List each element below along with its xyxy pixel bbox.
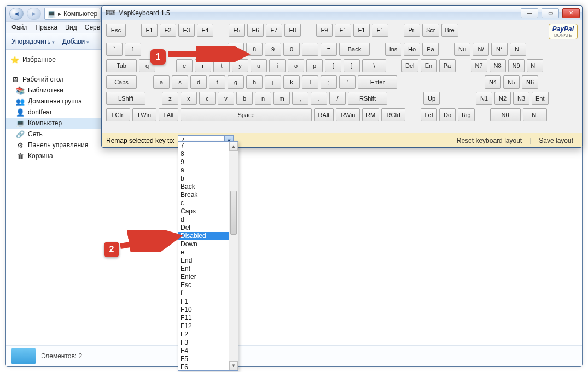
- key-f6[interactable]: F6: [247, 24, 264, 37]
- paypal-donate-button[interactable]: PayPal DONATE: [549, 24, 578, 39]
- menu-view[interactable]: Вид: [65, 24, 77, 31]
- key-rshift[interactable]: RShift: [348, 92, 387, 105]
- key-f8[interactable]: F8: [284, 24, 301, 37]
- close-button[interactable]: ✕: [562, 8, 580, 18]
- key-f[interactable]: f: [209, 75, 225, 89]
- key-left[interactable]: Lef: [421, 108, 437, 121]
- key-numdec[interactable]: N.: [523, 108, 547, 121]
- key-semicolon[interactable]: ;: [321, 75, 337, 89]
- dropdown-item[interactable]: Back: [178, 183, 229, 191]
- dropdown-item[interactable]: f: [178, 289, 229, 298]
- key-x[interactable]: x: [181, 92, 197, 105]
- nav-item[interactable]: 👤dontfear: [6, 107, 115, 118]
- key-s[interactable]: s: [172, 75, 188, 89]
- key-numlock[interactable]: Nu: [454, 43, 470, 56]
- key-numadd[interactable]: N+: [527, 59, 543, 72]
- key-d[interactable]: d: [190, 75, 207, 89]
- dropdown-item[interactable]: 8: [178, 150, 229, 158]
- key-num7[interactable]: N7: [471, 59, 487, 72]
- key-caps[interactable]: Caps: [106, 75, 137, 89]
- dropdown-item[interactable]: F6: [178, 363, 229, 371]
- back-button[interactable]: ◄: [9, 8, 24, 20]
- key-end[interactable]: En: [421, 59, 437, 72]
- key-g[interactable]: g: [228, 75, 244, 89]
- nav-item[interactable]: 👥Домашняя группа: [6, 96, 115, 107]
- key-down[interactable]: Do: [439, 108, 456, 121]
- dropdown-item[interactable]: b: [178, 175, 229, 183]
- menu-file[interactable]: Файл: [11, 24, 28, 31]
- dropdown-item[interactable]: F5: [178, 355, 229, 363]
- dropdown-item[interactable]: F12: [178, 322, 229, 330]
- key-l[interactable]: l: [302, 75, 318, 89]
- key-break[interactable]: Bre: [441, 24, 458, 37]
- key-0[interactable]: 0: [283, 43, 300, 56]
- nav-item[interactable]: 📚Библиотеки: [6, 85, 115, 96]
- key-f9[interactable]: F9: [316, 24, 333, 37]
- nav-item[interactable]: 🔗Сеть: [6, 129, 115, 140]
- dropdown-item[interactable]: End: [178, 257, 229, 265]
- dropdown-item[interactable]: 9: [178, 158, 229, 166]
- dropdown-item[interactable]: F1: [178, 298, 229, 306]
- dropdown-item[interactable]: 7: [178, 142, 229, 150]
- key-num9[interactable]: N9: [508, 59, 525, 72]
- dropdown-item[interactable]: Esc: [178, 281, 229, 289]
- key-esc[interactable]: Esc: [106, 24, 126, 37]
- key-lctrl[interactable]: LCtrl: [106, 108, 130, 121]
- key-period[interactable]: .: [311, 92, 327, 105]
- dropdown-item[interactable]: Break: [178, 191, 229, 199]
- dropdown-item[interactable]: F2: [178, 330, 229, 339]
- dropdown-item[interactable]: F11: [178, 314, 229, 322]
- save-layout-button[interactable]: Save layout: [534, 137, 578, 144]
- key-b[interactable]: b: [236, 92, 253, 105]
- key-n[interactable]: n: [255, 92, 271, 105]
- key-num8[interactable]: N8: [490, 59, 506, 72]
- key-rbracket[interactable]: ]: [344, 59, 360, 72]
- key-up[interactable]: Up: [423, 92, 440, 105]
- key-lwin[interactable]: LWin: [132, 108, 156, 121]
- key-numsub[interactable]: N-: [510, 43, 526, 56]
- nav-favorites[interactable]: ⭐ Избранное: [6, 53, 115, 65]
- key-num0[interactable]: N0: [490, 108, 521, 121]
- dropdown-item[interactable]: F10: [178, 306, 229, 314]
- key-k[interactable]: k: [283, 75, 300, 89]
- breadcrumb[interactable]: 💻 ▸ Компьютер: [44, 8, 100, 20]
- scroll-thumb[interactable]: [230, 191, 237, 235]
- key-f7[interactable]: F7: [266, 24, 282, 37]
- scroll-up-icon[interactable]: ▲: [229, 142, 238, 151]
- key-lalt[interactable]: LAlt: [159, 108, 178, 121]
- key-num2[interactable]: N2: [494, 92, 511, 105]
- key-numenter[interactable]: Ent: [532, 92, 549, 105]
- dropdown-item[interactable]: c: [178, 199, 229, 207]
- key-num1[interactable]: N1: [476, 92, 492, 105]
- key-right[interactable]: Rig: [458, 108, 475, 121]
- key-m[interactable]: m: [273, 92, 290, 105]
- key-rctrl[interactable]: RCtrl: [381, 108, 405, 121]
- reset-layout-button[interactable]: Reset keyboard layout: [452, 137, 526, 144]
- key-c[interactable]: c: [199, 92, 216, 105]
- titlebar[interactable]: ⌨ MapKeyboard 1.5 — ▭ ✕: [102, 6, 582, 20]
- key-comma[interactable]: ,: [292, 92, 308, 105]
- key-numdiv[interactable]: N/: [473, 43, 489, 56]
- menu-edit[interactable]: Правка: [36, 24, 58, 31]
- nav-desktop[interactable]: 🖥 Рабочий стол: [6, 73, 115, 85]
- key-printscreen[interactable]: Pri: [404, 24, 420, 37]
- key-z[interactable]: z: [162, 92, 178, 105]
- key-space[interactable]: Space: [181, 108, 312, 121]
- key-lshift[interactable]: LShift: [106, 92, 145, 105]
- key-quote[interactable]: ': [339, 75, 356, 89]
- key-nummul[interactable]: N*: [491, 43, 508, 56]
- key-scrolllock[interactable]: Scr: [422, 24, 439, 37]
- key-1[interactable]: 1: [125, 43, 141, 56]
- key-backspace[interactable]: Back: [339, 43, 370, 56]
- key-grave[interactable]: `: [106, 43, 123, 56]
- key-v[interactable]: v: [218, 92, 234, 105]
- key-tab[interactable]: Tab: [106, 59, 137, 72]
- remap-dropdown-list[interactable]: 789abBackBreakcCapsdDelDisabledDowneEndE…: [178, 141, 238, 371]
- key-pagedown[interactable]: Pa: [439, 59, 456, 72]
- key-home[interactable]: Ho: [404, 43, 420, 56]
- key-enter[interactable]: Enter: [358, 75, 397, 89]
- key-minus[interactable]: -: [302, 43, 318, 56]
- key-h[interactable]: h: [246, 75, 263, 89]
- key-f3[interactable]: F3: [178, 24, 195, 37]
- nav-item[interactable]: ⚙Панель управления: [6, 140, 115, 150]
